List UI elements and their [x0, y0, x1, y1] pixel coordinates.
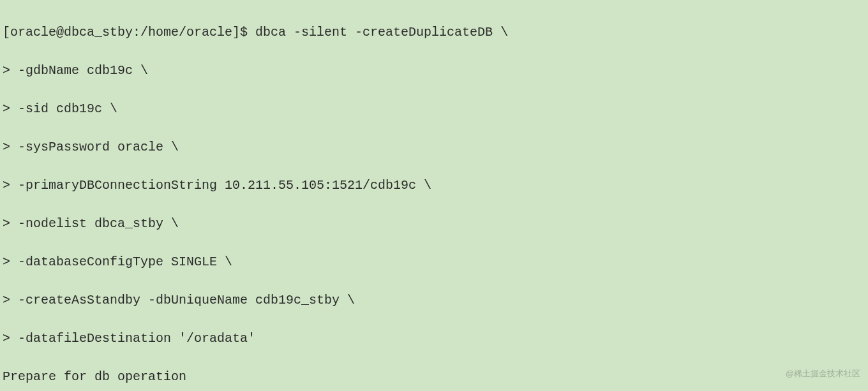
terminal-line: > -gdbName cdb19c \ — [3, 61, 865, 80]
terminal-line: > -sysPassword oracle \ — [3, 138, 865, 157]
terminal-line: > -nodelist dbca_stby \ — [3, 214, 865, 233]
terminal-output: [oracle@dbca_stby:/home/oracle]$ dbca -s… — [3, 4, 865, 391]
terminal-line: > -createAsStandby -dbUniqueName cdb19c_… — [3, 291, 865, 310]
watermark-text: @稀土掘金技术社区 — [786, 367, 860, 380]
terminal-line: Prepare for db operation — [3, 367, 865, 387]
terminal-line: > -primaryDBConnectionString 10.211.55.1… — [3, 176, 865, 195]
terminal-line: > -sid cdb19c \ — [3, 100, 865, 119]
terminal-line: [oracle@dbca_stby:/home/oracle]$ dbca -s… — [3, 23, 865, 42]
terminal-line: > -databaseConfigType SINGLE \ — [3, 253, 865, 272]
terminal-line: > -datafileDestination '/oradata' — [3, 329, 865, 348]
